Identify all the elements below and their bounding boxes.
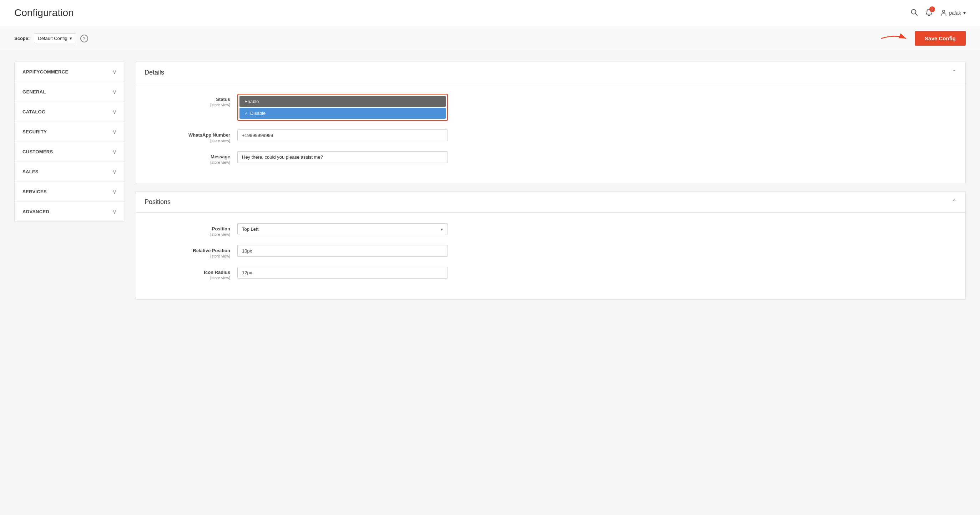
content-area: Details ⌃ Status [store view] Enable xyxy=(135,62,966,509)
status-row: Status [store view] Enable ✓ Disable xyxy=(145,94,957,121)
whatsapp-sublabel: [store view] xyxy=(145,138,230,143)
relative-position-label-col: Relative Position [store view] xyxy=(145,245,237,258)
details-section-body: Status [store view] Enable ✓ Disable xyxy=(136,83,966,184)
header-actions: 1 palak ▾ xyxy=(910,8,966,18)
message-label-col: Message [store view] xyxy=(145,151,237,165)
details-section-header[interactable]: Details ⌃ xyxy=(136,62,966,83)
sidebar-item-sales[interactable]: SALES ∨ xyxy=(14,162,124,182)
icon-radius-sublabel: [store view] xyxy=(145,276,230,280)
chevron-down-icon: ∨ xyxy=(112,128,117,135)
status-option-disable[interactable]: ✓ Disable xyxy=(239,108,446,119)
save-arrow xyxy=(878,32,910,45)
sidebar-item-label: APPIFYCOMMERCE xyxy=(22,69,68,74)
icon-radius-row: Icon Radius [store view] xyxy=(145,267,957,280)
header: Configuration 1 palak ▾ xyxy=(0,0,980,26)
user-menu[interactable]: palak ▾ xyxy=(940,9,966,16)
sidebar-item-customers[interactable]: CUSTOMERS ∨ xyxy=(14,142,124,162)
enable-option-label: Enable xyxy=(245,99,259,104)
message-sublabel: [store view] xyxy=(145,160,230,165)
positions-section: Positions ⌃ Position [store view] Top Le… xyxy=(135,191,966,299)
sidebar-item-label: CUSTOMERS xyxy=(22,149,53,154)
sidebar-item-appifycommerce[interactable]: APPIFYCOMMERCE ∨ xyxy=(14,62,124,82)
help-icon[interactable]: ? xyxy=(80,35,88,43)
sidebar-item-label: GENERAL xyxy=(22,89,46,95)
user-chevron-icon: ▾ xyxy=(963,10,966,16)
sidebar-item-label: ADVANCED xyxy=(22,209,49,214)
disable-option-label: Disable xyxy=(250,111,266,116)
scope-select[interactable]: Default Config ▾ xyxy=(34,33,76,43)
sidebar-item-label: SALES xyxy=(22,169,38,174)
whatsapp-input[interactable] xyxy=(237,130,448,141)
position-sublabel: [store view] xyxy=(145,232,230,236)
relative-position-input[interactable] xyxy=(237,245,448,257)
position-label: Position xyxy=(145,226,230,231)
positions-section-title: Positions xyxy=(145,198,170,206)
sidebar-item-label: SECURITY xyxy=(22,129,47,135)
positions-section-body: Position [store view] Top Left Top Right… xyxy=(136,212,966,299)
whatsapp-field-col xyxy=(237,130,957,141)
page-title: Configuration xyxy=(14,7,74,19)
relative-position-label: Relative Position xyxy=(145,248,230,253)
username: palak xyxy=(949,10,961,16)
icon-radius-label: Icon Radius xyxy=(145,269,230,275)
chevron-down-icon: ∨ xyxy=(112,188,117,195)
sidebar-item-advanced[interactable]: ADVANCED ∨ xyxy=(14,202,124,222)
position-row: Position [store view] Top Left Top Right… xyxy=(145,223,957,236)
whatsapp-label-col: WhatsApp Number [store view] xyxy=(145,130,237,143)
notification-bell[interactable]: 1 xyxy=(925,9,933,17)
scope-left: Scope: Default Config ▾ ? xyxy=(14,33,88,43)
chevron-down-icon: ∨ xyxy=(112,108,117,115)
icon-radius-input[interactable] xyxy=(237,267,448,279)
positions-section-toggle-icon: ⌃ xyxy=(951,198,957,206)
whatsapp-label: WhatsApp Number xyxy=(145,132,230,138)
message-field-col xyxy=(237,151,957,163)
icon-radius-label-col: Icon Radius [store view] xyxy=(145,267,237,280)
chevron-down-icon: ∨ xyxy=(112,68,117,75)
scope-value: Default Config xyxy=(38,36,67,41)
notification-badge: 1 xyxy=(929,6,935,12)
position-select-wrapper: Top Left Top Right Bottom Left Bottom Ri… xyxy=(237,223,448,235)
details-section-toggle-icon: ⌃ xyxy=(951,68,957,76)
status-dropdown[interactable]: Enable ✓ Disable xyxy=(237,94,448,121)
position-select[interactable]: Top Left Top Right Bottom Left Bottom Ri… xyxy=(237,223,448,235)
chevron-down-icon: ∨ xyxy=(112,89,117,95)
status-option-enable[interactable]: Enable xyxy=(239,96,446,107)
positions-section-header[interactable]: Positions ⌃ xyxy=(136,192,966,212)
message-input[interactable] xyxy=(237,151,448,163)
position-field-col: Top Left Top Right Bottom Left Bottom Ri… xyxy=(237,223,957,235)
chevron-down-icon: ∨ xyxy=(112,148,117,155)
check-icon: ✓ xyxy=(245,111,248,116)
chevron-down-icon: ∨ xyxy=(112,168,117,175)
message-label: Message xyxy=(145,154,230,159)
search-icon[interactable] xyxy=(910,8,918,18)
relative-position-sublabel: [store view] xyxy=(145,254,230,258)
scope-bar: Scope: Default Config ▾ ? Save Config xyxy=(0,26,980,51)
details-section-title: Details xyxy=(145,69,164,76)
status-field-col: Enable ✓ Disable xyxy=(237,94,957,121)
svg-line-1 xyxy=(915,14,917,15)
message-row: Message [store view] xyxy=(145,151,957,165)
status-label-col: Status [store view] xyxy=(145,94,237,107)
save-config-button[interactable]: Save Config xyxy=(915,31,966,46)
details-section: Details ⌃ Status [store view] Enable xyxy=(135,62,966,184)
scope-chevron-icon: ▾ xyxy=(70,36,72,41)
chevron-down-icon: ∨ xyxy=(112,208,117,215)
save-button-wrapper: Save Config xyxy=(915,31,966,46)
sidebar-item-label: SERVICES xyxy=(22,189,47,194)
sidebar-item-label: CATALOG xyxy=(22,109,45,114)
sidebar-item-catalog[interactable]: CATALOG ∨ xyxy=(14,102,124,122)
svg-point-2 xyxy=(942,10,945,13)
relative-position-row: Relative Position [store view] xyxy=(145,245,957,258)
position-label-col: Position [store view] xyxy=(145,223,237,236)
whatsapp-row: WhatsApp Number [store view] xyxy=(145,130,957,143)
main-layout: APPIFYCOMMERCE ∨ GENERAL ∨ CATALOG ∨ SEC… xyxy=(0,51,980,515)
icon-radius-field-col xyxy=(237,267,957,279)
sidebar-item-security[interactable]: SECURITY ∨ xyxy=(14,122,124,142)
status-label: Status xyxy=(145,97,230,102)
status-sublabel: [store view] xyxy=(145,103,230,107)
relative-position-field-col xyxy=(237,245,957,257)
sidebar-item-general[interactable]: GENERAL ∨ xyxy=(14,82,124,102)
sidebar-item-services[interactable]: SERVICES ∨ xyxy=(14,182,124,202)
scope-label: Scope: xyxy=(14,36,30,41)
sidebar: APPIFYCOMMERCE ∨ GENERAL ∨ CATALOG ∨ SEC… xyxy=(14,62,125,222)
